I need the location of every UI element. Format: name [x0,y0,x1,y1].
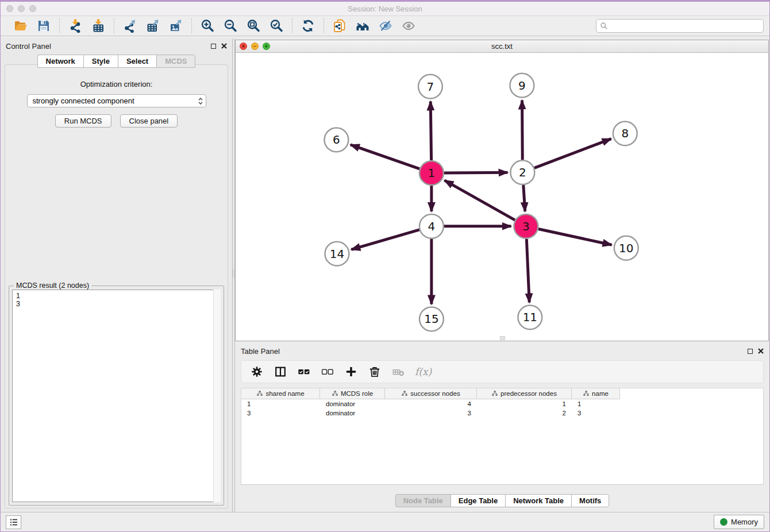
divider-grip[interactable] [233,269,234,277]
edge-4-14[interactable] [351,230,419,249]
close-panel-icon[interactable] [221,43,227,49]
export-network-icon[interactable] [122,18,137,33]
table-cell[interactable]: 2 [477,410,572,417]
save-session-icon[interactable] [36,18,51,33]
network-view-window: × − + scc.txt 7968124314101511 [235,40,769,341]
import-network-icon[interactable] [68,18,83,33]
deselect-all-columns-icon[interactable] [321,365,334,379]
graph-node-7[interactable]: 7 [418,75,442,99]
edge-1-2[interactable] [444,172,508,173]
graph-node-1[interactable]: 1 [419,161,444,185]
table-body: 1dominator4113dominator323 [241,399,763,418]
column-panel-icon[interactable] [274,365,287,379]
run-mcds-button[interactable]: Run MCDS [55,114,111,128]
graph-node-8[interactable]: 8 [613,121,637,145]
zoom-selected-icon[interactable] [269,18,284,33]
export-table-icon[interactable] [145,18,160,33]
edge-2-8[interactable] [534,139,611,168]
edge-3-11[interactable] [526,239,529,303]
column-header-predecessor-nodes[interactable]: predecessor nodes [477,388,572,399]
column-header-name[interactable]: name [572,388,620,399]
graph-node-9[interactable]: 9 [510,74,534,98]
search-box[interactable] [596,19,764,33]
graph-node-3[interactable]: 3 [514,214,538,238]
table-cell[interactable]: 1 [477,400,572,407]
table-cell[interactable]: 4 [385,400,477,407]
import-table-icon[interactable] [91,18,106,33]
open-session-icon[interactable] [13,18,28,33]
close-panel-button[interactable]: Close panel [120,114,178,128]
edge-1-7[interactable] [430,102,431,161]
table-row[interactable]: 3dominator323 [241,408,763,418]
tab-style[interactable]: Style [83,55,118,68]
edge-2-9[interactable] [522,101,523,160]
table-panel: Table Panel f(x) shared nameMCDS rolesuc… [235,344,769,512]
status-bar: Memory [1,512,769,531]
memory-status-icon [720,518,727,526]
svg-text:15: 15 [424,313,438,326]
edge-3-10[interactable] [538,229,612,245]
column-header-MCDS-role[interactable]: MCDS role [320,388,385,399]
graph-node-11[interactable]: 11 [518,305,542,329]
edge-3-1[interactable] [444,180,515,220]
zoom-fit-icon[interactable] [246,18,261,33]
graph-node-14[interactable]: 14 [325,242,349,266]
canvas-resize-grip[interactable] [500,336,505,340]
control-panel-title: Control Panel [6,42,211,51]
search-input[interactable] [608,20,763,32]
network-graph[interactable]: 7968124314101511 [236,53,768,341]
table-cell[interactable]: dominator [320,400,385,407]
hide-graphics-details-icon[interactable] [378,18,393,33]
edge-2-3[interactable] [523,185,525,211]
add-column-icon[interactable] [344,365,358,379]
task-history-button[interactable] [6,515,21,529]
toolbar-group [292,18,324,33]
graph-node-15[interactable]: 15 [419,307,444,331]
table-row[interactable]: 1dominator411 [241,399,763,408]
zoom-out-icon[interactable] [223,18,238,33]
table-cell[interactable]: 3 [572,410,620,417]
edge-1-6[interactable] [351,145,419,169]
hierarchy-icon [332,390,338,397]
tab-mcds[interactable]: MCDS [156,55,195,68]
graph-node-4[interactable]: 4 [419,214,444,238]
first-neighbors-icon[interactable] [355,18,370,33]
tab-node-table[interactable]: Node Table [395,494,451,507]
tab-select[interactable]: Select [118,55,156,68]
window-titlebar: Session: New Session [1,2,769,16]
show-graphics-details-icon[interactable] [401,18,416,33]
graph-node-10[interactable]: 10 [614,236,638,260]
float-table-panel-icon[interactable] [748,349,753,354]
node-table[interactable]: shared nameMCDS rolesuccessor nodesprede… [241,388,764,485]
export-image-icon[interactable] [168,18,183,33]
tab-network-table[interactable]: Network Table [505,494,571,507]
table-cell[interactable]: 3 [241,410,320,417]
mcds-result-text[interactable]: 1 3 [12,290,221,502]
graph-node-6[interactable]: 6 [325,128,349,152]
table-cell[interactable]: 1 [572,400,620,407]
table-cell[interactable]: dominator [320,410,385,417]
column-header-successor-nodes[interactable]: successor nodes [385,388,477,399]
table-cell[interactable]: 3 [385,410,477,417]
column-header-shared-name[interactable]: shared name [241,388,320,399]
float-panel-icon[interactable] [211,44,216,49]
network-canvas[interactable]: 7968124314101511 [236,53,768,341]
close-table-panel-icon[interactable] [758,348,764,354]
graph-node-2[interactable]: 2 [510,160,534,184]
tab-edge-table[interactable]: Edge Table [451,494,505,507]
table-header-row: shared nameMCDS rolesuccessor nodesprede… [241,388,620,399]
delete-columns-icon[interactable] [368,365,382,379]
table-cell[interactable]: 1 [241,400,320,407]
control-panel-tabs: NetworkStyleSelectMCDS [1,55,232,68]
result-scrollbar[interactable] [213,290,221,502]
optimization-criterion-select[interactable]: strongly connected component [27,94,206,107]
tab-network[interactable]: Network [37,55,83,68]
refresh-icon[interactable] [301,18,315,33]
table-settings-icon[interactable] [250,365,264,379]
memory-button[interactable]: Memory [714,515,764,529]
zoom-in-icon[interactable] [200,18,215,33]
select-all-columns-icon[interactable] [297,365,311,379]
svg-text:7: 7 [427,80,434,94]
new-network-from-selection-icon[interactable] [332,18,347,33]
tab-motifs[interactable]: Motifs [571,494,609,507]
